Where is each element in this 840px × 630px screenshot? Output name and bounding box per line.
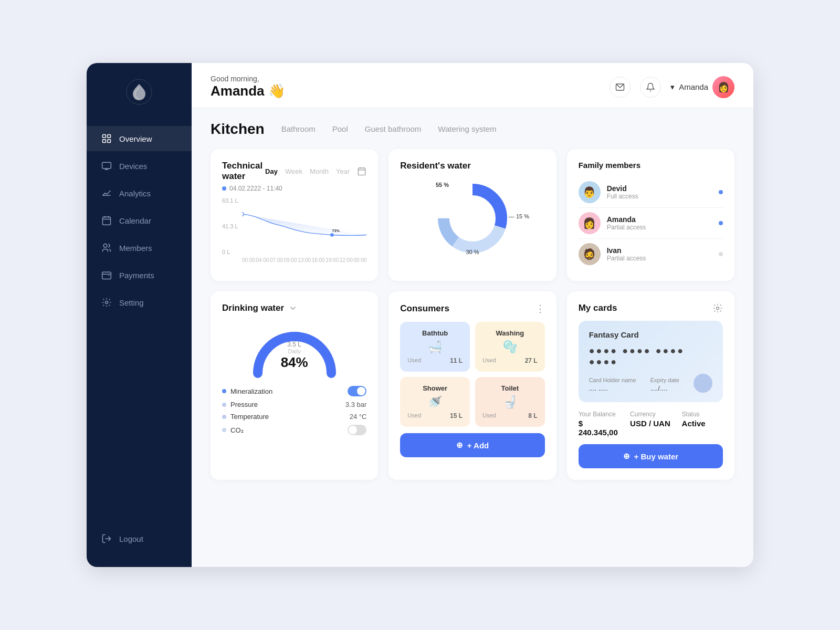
control-pressure: Pressure 3.3 bar: [222, 401, 366, 408]
my-cards-card: My cards Fantasy Card ●●●● ●●●● ●●●● ●●●…: [567, 291, 734, 480]
consumers-title: Consumers: [400, 303, 449, 314]
sidebar-item-label: Setting: [119, 298, 144, 307]
family-member-devid: 👨 Devid Full access: [579, 177, 723, 208]
sidebar-item-devices[interactable]: Devices: [87, 153, 192, 178]
chart-y-labels: 63.1 L 41.3 L 0 L: [222, 197, 238, 255]
card-number-dots: ●●●● ●●●● ●●●● ●●●●: [589, 345, 712, 368]
control-label-temperature: Temperature: [230, 413, 345, 421]
tech-water-chart: 63.1 L 41.3 L 0 L: [222, 197, 366, 255]
my-cards-title: My cards: [579, 303, 617, 313]
svg-rect-2: [108, 135, 111, 138]
sidebar-nav: Overview Devices Analytics Calendar: [87, 126, 192, 526]
tech-water-title: Technical water: [222, 161, 265, 182]
gauge-label: 3.5 L Daily 84%: [281, 341, 308, 371]
card-circle-decoration: [694, 374, 712, 393]
member-avatar-devid: 👨: [579, 181, 601, 203]
mail-button[interactable]: [610, 77, 631, 98]
balance-item: Your Balance $ 240.345,00: [579, 411, 620, 437]
consumer-bottom-shower: Used 15 L: [407, 412, 463, 419]
first-row-grid: Technical water Day Week Month Year: [211, 149, 734, 281]
consumers-grid: Bathtub 🛁 Used 11 L Washing 🫧 Used: [400, 322, 544, 427]
user-display-name: Amanda: [679, 82, 708, 91]
svg-rect-5: [102, 162, 111, 169]
toggle-mineralization[interactable]: [348, 386, 366, 396]
svg-point-11: [103, 244, 107, 248]
drinking-water-header: Drinking water: [222, 303, 366, 313]
donut-chart-wrapper: 55 % — 15 % 30 %: [400, 176, 544, 260]
sidebar-item-payments[interactable]: Payments: [87, 262, 192, 288]
toggle-co2[interactable]: [348, 425, 366, 435]
donut-label-55: 55 %: [436, 182, 449, 188]
monitor-icon: [101, 161, 112, 171]
control-dot-temperature: [222, 415, 226, 419]
svg-rect-12: [102, 272, 111, 279]
control-mineralization: Mineralization: [222, 386, 366, 396]
calendar-mini-icon[interactable]: [357, 166, 366, 176]
sidebar-item-overview[interactable]: Overview: [87, 126, 192, 151]
users-icon: [101, 243, 112, 253]
chart-svg: 73%: [242, 197, 366, 255]
drinking-water-title: Drinking water: [222, 303, 284, 313]
consumer-toilet: Toilet 🚽 Used 8 L: [475, 377, 545, 427]
x-label-0: 00:00: [242, 257, 255, 263]
svg-rect-4: [108, 140, 111, 143]
x-label-7: 22:00: [340, 257, 353, 263]
add-consumer-button[interactable]: ⊕ + Add: [400, 433, 544, 457]
family-member-ivan: 🧔 Ivan Partial access: [579, 239, 723, 269]
control-label-mineralization: Mineralization: [230, 387, 343, 395]
sidebar-item-calendar[interactable]: Calendar: [87, 208, 192, 233]
chart-tab-month[interactable]: Month: [310, 167, 329, 175]
logout-label: Logout: [119, 534, 143, 543]
mail-icon: [615, 82, 625, 92]
card-brand: Fantasy Card: [589, 330, 712, 339]
sidebar-item-setting[interactable]: Setting: [87, 290, 192, 315]
chart-tab-year[interactable]: Year: [336, 167, 350, 175]
currency-item: Currency USD / UAN: [630, 411, 671, 437]
sidebar-item-members[interactable]: Members: [87, 235, 192, 260]
balance-value: $ 240.345,00: [579, 419, 620, 437]
sidebar: Overview Devices Analytics Calendar: [87, 63, 192, 567]
x-label-1: 04:00: [256, 257, 269, 263]
sidebar-item-label: Devices: [119, 162, 147, 171]
consumer-value-toilet: 8 L: [528, 412, 537, 419]
greeting-text: Good morning,: [211, 75, 285, 83]
settings-card-icon[interactable]: [712, 303, 723, 313]
chart-tab-week[interactable]: Week: [285, 167, 302, 175]
tab-pool[interactable]: Pool: [332, 124, 348, 134]
member-info-amanda: Amanda Partial access: [607, 215, 712, 231]
buy-water-button[interactable]: ⊕ + Buy water: [579, 444, 723, 468]
consumer-status-toilet: Used: [482, 412, 496, 419]
chart-x-labels: 00:00 04:00 07:00 09:00 13:00 16:00 19:0…: [242, 257, 366, 263]
sidebar-bottom: Logout: [87, 526, 192, 551]
grid-icon: [101, 133, 112, 144]
sidebar-item-label: Analytics: [119, 189, 151, 198]
y-label-mid: 41.3 L: [222, 223, 238, 229]
consumer-value-shower: 15 L: [450, 412, 463, 419]
residents-water-title: Resident's water: [400, 161, 544, 171]
tab-watering-system[interactable]: Watering system: [438, 124, 496, 134]
consumer-bathtub: Bathtub 🛁 Used 11 L: [400, 322, 470, 372]
status-value: Active: [682, 419, 723, 428]
member-status-dot-ivan: [719, 252, 723, 256]
user-name-heading: Amanda 👋: [211, 83, 285, 99]
card-holder-field: Card Holder name .... .....: [589, 377, 636, 393]
balance-row: Your Balance $ 240.345,00 Currency USD /…: [579, 411, 723, 437]
credit-card: Fantasy Card ●●●● ●●●● ●●●● ●●●● Card Ho…: [579, 321, 723, 402]
donut-label-15: — 15 %: [509, 213, 529, 219]
consumers-menu-icon[interactable]: ⋮: [536, 303, 545, 314]
tab-bathroom[interactable]: Bathroom: [281, 124, 316, 134]
wallet-icon: [101, 270, 112, 280]
controls-list: Mineralization Pressure 3.3 bar: [222, 386, 366, 435]
sidebar-item-analytics[interactable]: Analytics: [87, 181, 192, 206]
chevron-down-icon[interactable]: [288, 303, 298, 313]
control-co2: CO₂: [222, 425, 366, 435]
chart-tab-day[interactable]: Day: [265, 167, 278, 175]
user-menu[interactable]: ▾ Amanda 👩: [670, 76, 734, 98]
member-info-devid: Devid Full access: [607, 184, 712, 200]
member-name-devid: Devid: [607, 184, 712, 193]
sidebar-item-logout[interactable]: Logout: [87, 526, 192, 551]
tab-guest-bathroom[interactable]: Guest bathroom: [365, 124, 422, 134]
bell-button[interactable]: [640, 77, 661, 98]
consumer-status-washing: Used: [482, 357, 496, 364]
chart-icon: [101, 188, 112, 198]
